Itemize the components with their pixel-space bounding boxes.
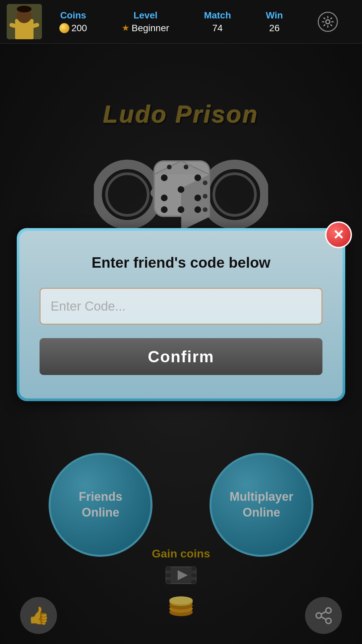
settings-button[interactable] (318, 12, 338, 32)
coins-value: 200 (59, 23, 87, 34)
header-stats: Coins 200 Level ★ Beginner Match 74 Win … (42, 10, 355, 34)
match-value: 74 (212, 23, 223, 34)
friend-code-modal: ✕ Enter friend's code below Confirm (17, 228, 345, 401)
confirm-button[interactable]: Confirm (40, 338, 322, 375)
svg-point-6 (326, 20, 330, 24)
modal-inner: ✕ Enter friend's code below Confirm (19, 231, 343, 398)
level-label: Level (133, 10, 158, 21)
win-stat: Win 26 (266, 10, 283, 34)
svg-point-3 (17, 6, 32, 12)
coin-icon (59, 23, 69, 33)
star-icon: ★ (122, 23, 129, 33)
win-label: Win (266, 10, 283, 21)
friend-code-input[interactable] (40, 288, 322, 325)
match-stat: Match 74 (204, 10, 231, 34)
modal-close-button[interactable]: ✕ (325, 221, 352, 248)
modal-title: Enter friend's code below (40, 254, 322, 271)
level-stat: Level ★ Beginner (122, 10, 169, 34)
win-value: 26 (269, 23, 280, 34)
close-icon: ✕ (333, 228, 344, 241)
coins-stat: Coins 200 (59, 10, 87, 34)
header: Coins 200 Level ★ Beginner Match 74 Win … (0, 0, 362, 44)
avatar[interactable] (7, 4, 42, 39)
coins-label: Coins (60, 10, 86, 21)
level-value: ★ Beginner (122, 23, 169, 34)
match-label: Match (204, 10, 231, 21)
